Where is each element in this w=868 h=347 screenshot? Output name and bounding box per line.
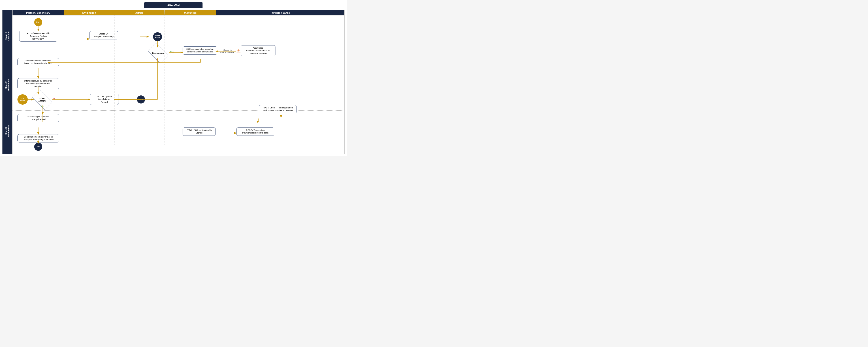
client-accept-diamond: Client Accept? bbox=[32, 93, 52, 106]
title-text: Alter-Mal bbox=[167, 4, 180, 7]
yes-label-2: Yes bbox=[41, 105, 44, 107]
no-label: No bbox=[53, 98, 55, 100]
predefined-bank-box: Predefined Bank Risk Acceptance for Alte… bbox=[241, 45, 275, 56]
three-offers-box: 3 Offers calculated based on decision & … bbox=[183, 47, 217, 55]
offers-displayed-box: Offers displayed by partner on Beneficia… bbox=[18, 78, 59, 89]
create-cp-box: Create C/P Prospect Beneficiary bbox=[89, 31, 118, 39]
origination-header: /Origination bbox=[64, 10, 114, 15]
no-label-2: No bbox=[156, 59, 158, 61]
warning-icon: ⚠ bbox=[236, 48, 241, 54]
diagram-area: Start POST/Assessment with Beneficiary's… bbox=[12, 16, 344, 145]
offers-header: /Offers bbox=[114, 10, 165, 15]
post-transaction-box: POST / Transaction Payment instruction t… bbox=[236, 127, 274, 136]
credit-bureau-node: Credit Bureau bbox=[153, 32, 162, 41]
columns-area: Partner / Beneficiary /Origination /Offe… bbox=[12, 10, 344, 154]
stage-2-label: Stage 2Notification bbox=[2, 62, 12, 109]
offer-expiry-node: Offer Expiry bbox=[18, 94, 28, 105]
three-options-box: 3 Options Offers calculated based on dat… bbox=[18, 58, 59, 66]
post-digital-box: POST/ Digital Contract Or Physical Mail bbox=[18, 114, 59, 122]
advances-header: /Advances bbox=[165, 10, 216, 15]
column-dividers bbox=[12, 16, 344, 145]
decisioning-diamond: Decisioning bbox=[147, 47, 169, 60]
stage-3-label: Stage 3Acceptance bbox=[2, 109, 12, 154]
title-bar: Alter-Mal bbox=[144, 2, 203, 8]
post-assessment-box: POST/Assessment with Beneficiary's data … bbox=[19, 31, 57, 42]
stage-1-label: Stage 1Creation bbox=[2, 10, 12, 62]
post-pending-box: POST/ Offers – Pending Signed Bank Issue… bbox=[259, 105, 297, 113]
confirmation-box: Confirmation sent to Partner to display … bbox=[18, 134, 59, 142]
stages-column: Stage 1Creation Stage 2Notification Stag… bbox=[2, 10, 12, 154]
header-row: Partner / Beneficiary /Origination /Offe… bbox=[12, 10, 344, 16]
yes-label: Yes bbox=[170, 51, 174, 53]
patch-update-box: PATCH/ Update Beneficiaries Record bbox=[90, 94, 119, 105]
page: Alter-Mal Stage 1Creation Stage 2Notific… bbox=[0, 0, 347, 156]
start-node: Start bbox=[34, 18, 42, 26]
end-node-middle: End bbox=[137, 95, 145, 104]
partner-header: Partner / Beneficiary bbox=[12, 10, 64, 15]
patch-signed-box: PATCH / Offers Updated to Signed bbox=[183, 127, 216, 136]
aligned-label: Aligned to Risk acceptance bbox=[218, 49, 236, 54]
funders-header: Funders / Banks bbox=[216, 10, 344, 15]
main-container: Stage 1Creation Stage 2Notification Stag… bbox=[2, 10, 345, 154]
end-node-bottom: End bbox=[34, 143, 42, 151]
